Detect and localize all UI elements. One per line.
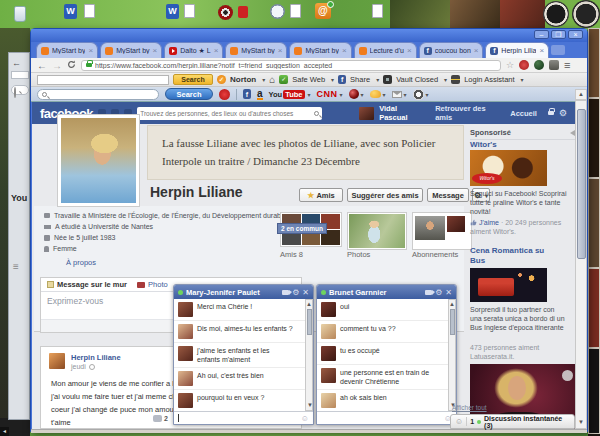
document-icon-3[interactable] — [290, 4, 301, 18]
tab-mystart-3[interactable]: MyStart by× — [225, 42, 287, 58]
background-window[interactable]: ← You ≡ — [8, 52, 30, 420]
red-app-icon[interactable] — [238, 6, 248, 18]
norton-search-button[interactable]: Search — [173, 74, 213, 85]
close-button[interactable]: × — [568, 30, 583, 39]
chat-close-icon[interactable]: ✕ — [445, 288, 452, 297]
safeweb-menu[interactable]: Safe Web — [292, 75, 325, 84]
profile-link[interactable]: Vidal Pascual — [379, 104, 422, 122]
share-menu[interactable]: Share — [350, 75, 370, 84]
video-call-icon[interactable] — [282, 290, 289, 295]
dartboard-icon[interactable] — [218, 5, 233, 20]
norton-menu[interactable]: Norton — [230, 75, 256, 84]
message-button[interactable]: Message — [427, 188, 469, 202]
chat-scroll-thumb[interactable] — [450, 309, 455, 335]
background-search-field[interactable] — [11, 85, 29, 95]
extension-globe-icon[interactable] — [534, 60, 544, 70]
amazon-icon[interactable]: a — [257, 89, 263, 100]
chat-scroll-up[interactable]: ▲ — [306, 300, 312, 309]
login-assistant-menu[interactable]: Login Assistant — [464, 75, 514, 84]
vault-menu[interactable]: Vault Closed — [396, 75, 438, 84]
news-ball-button[interactable]: ▾ — [349, 89, 364, 99]
chat-close-icon[interactable]: ✕ — [302, 288, 309, 297]
subscriptions-box[interactable] — [412, 212, 472, 250]
show-all-link[interactable]: Afficher tout — [452, 404, 487, 411]
toolbar-search-input[interactable] — [37, 89, 159, 100]
page-scrollbar-down[interactable]: ▼ — [576, 418, 586, 427]
chat-scroll-thumb[interactable] — [307, 309, 312, 335]
mail-button[interactable]: ▾ — [392, 91, 407, 98]
clock-icon[interactable] — [270, 4, 285, 19]
minimize-button[interactable]: – — [534, 30, 549, 39]
ad-options-circle[interactable] — [562, 370, 573, 381]
tab-close-icon[interactable]: × — [342, 47, 347, 55]
url-bar[interactable]: https://www.facebook.com/herpin.liliane?… — [81, 60, 501, 71]
menu-icon[interactable]: ≡ — [13, 261, 19, 272]
chat-options-icon[interactable]: ☺ — [455, 417, 463, 426]
subscriptions-box-label[interactable]: Abonnements — [412, 250, 458, 259]
like-link[interactable]: J'aime — [479, 219, 499, 226]
tab-close-icon[interactable]: × — [407, 47, 412, 55]
tab-facebook-herpin[interactable]: fHerpin Lilia× — [485, 42, 549, 58]
ad-image-witors[interactable]: Witor's — [470, 150, 547, 186]
privacy-lock-icon[interactable] — [548, 111, 554, 115]
ad-title-cena[interactable]: Cena Romantica su Bus — [470, 246, 550, 266]
window-titlebar[interactable]: – ❐ × — [31, 29, 587, 42]
profile-picture[interactable] — [57, 114, 140, 207]
ad-title-witors[interactable]: Witor's — [470, 140, 497, 149]
tab-facebook-coucou[interactable]: fcoucou bon× — [419, 42, 484, 58]
chrome-menu-icon[interactable]: ≡ — [564, 59, 570, 71]
page-scrollbar-up[interactable]: ▲ — [575, 89, 587, 100]
maximize-button[interactable]: ❐ — [551, 30, 566, 39]
facebook-shortcut-icon[interactable]: f — [243, 89, 251, 99]
tab-youtube[interactable]: Dalto ★ L× — [164, 42, 223, 58]
friends-button[interactable]: ★Amis — [299, 188, 343, 202]
post-author-link[interactable]: Herpin Liliane — [71, 353, 121, 362]
background-url-field[interactable] — [11, 71, 29, 79]
photos-box-label[interactable]: Photos — [347, 250, 370, 259]
tab-mystart-4[interactable]: MyStart by× — [289, 42, 351, 58]
friends-box[interactable]: 2 en commun — [280, 212, 342, 247]
document-icon-4[interactable] — [372, 4, 383, 18]
tab-close-icon[interactable]: × — [214, 47, 219, 55]
taskbar-left-arrow[interactable]: ◂ — [0, 427, 9, 436]
window-bottom-bar[interactable] — [31, 429, 587, 433]
chat-1-header[interactable]: Mary-Jennifer Paulet ⚙ ✕ — [174, 285, 313, 299]
forward-button[interactable]: → — [52, 60, 62, 71]
chat-1-input[interactable]: ☺ — [174, 411, 313, 424]
norton-search-input[interactable] — [37, 75, 169, 85]
extension-red-icon[interactable] — [519, 60, 529, 70]
chat-sidebar-bar[interactable]: ☺ 1 Discussion instantanée (3) — [450, 414, 575, 429]
chat-scrollbar[interactable]: ▲ ▼ — [305, 299, 313, 411]
extension-camera-icon[interactable] — [549, 60, 559, 70]
tab-close-icon[interactable]: × — [278, 47, 283, 55]
settings-gear-icon[interactable]: ⚙ — [559, 108, 567, 118]
photo-tab[interactable]: Photo — [137, 280, 168, 289]
video-call-icon[interactable] — [425, 290, 432, 295]
about-link[interactable]: À propos — [66, 258, 96, 267]
weather-button[interactable]: ▾ — [370, 90, 386, 98]
tab-lecture[interactable]: Lecture d'u× — [354, 42, 417, 58]
reload-button[interactable] — [67, 60, 76, 71]
bookmark-star-icon[interactable]: ☆ — [506, 60, 514, 70]
chat-settings-icon[interactable]: ⚙ — [435, 288, 442, 297]
ad-image-cena[interactable] — [470, 268, 547, 302]
back-button[interactable]: ← — [37, 60, 47, 71]
page-scrollbar-track[interactable]: ▼ — [575, 100, 587, 429]
facebook-search-input[interactable] — [140, 110, 312, 117]
emoji-icon[interactable]: ☺ — [301, 414, 309, 423]
tab-close-icon[interactable]: × — [153, 47, 158, 55]
new-tab-button[interactable] — [551, 45, 565, 55]
toolbar-search-button[interactable]: Search — [165, 88, 213, 100]
tab-close-icon[interactable]: × — [88, 47, 93, 55]
facebook-search-bar[interactable] — [137, 107, 322, 120]
tab-mystart-1[interactable]: MyStart by× — [36, 42, 98, 58]
tab-mystart-2[interactable]: MyStart by× — [100, 42, 162, 58]
cnn-button[interactable]: CNN▾ — [317, 89, 343, 99]
youtube-button[interactable]: YouTube▾ — [269, 90, 311, 99]
document-icon[interactable] — [84, 4, 95, 18]
word-doc-icon-2[interactable]: W — [166, 4, 179, 19]
tab-close-icon[interactable]: × — [539, 47, 544, 55]
back-arrow-icon[interactable]: ← — [12, 58, 21, 68]
document-icon-2[interactable] — [184, 4, 195, 18]
chat-2-header[interactable]: Brunet Garnnier ⚙ ✕ — [317, 285, 456, 299]
